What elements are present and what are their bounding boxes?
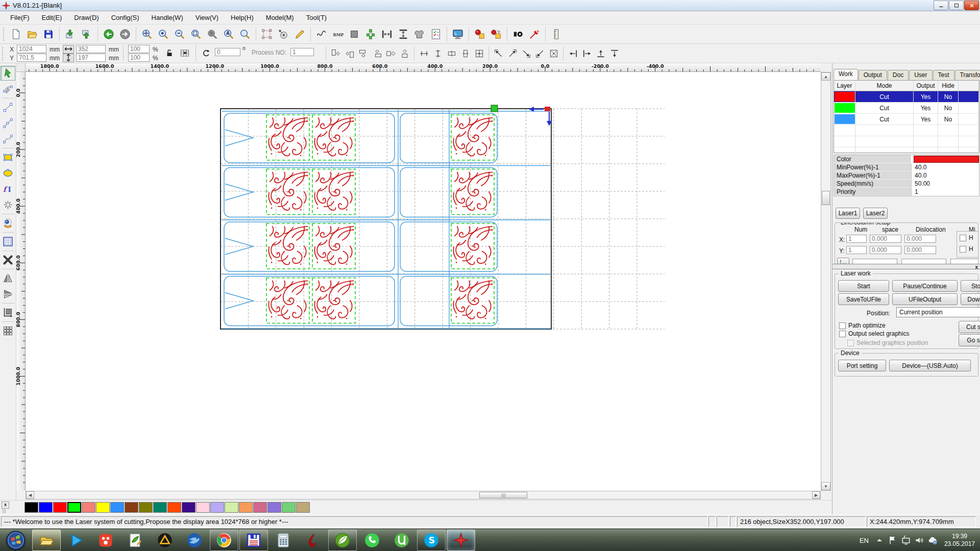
lc-y-dislocation[interactable] bbox=[904, 246, 936, 254]
edge-3-icon[interactable] bbox=[594, 46, 607, 60]
layer-row[interactable]: CutYesNo bbox=[834, 91, 979, 103]
export-icon[interactable] bbox=[79, 26, 95, 42]
palette-color-12[interactable] bbox=[196, 502, 210, 513]
property-value[interactable]: 1 bbox=[912, 188, 979, 196]
lc-x-space[interactable] bbox=[870, 235, 901, 243]
sim-tool-2-icon[interactable] bbox=[488, 26, 504, 42]
network-icon[interactable] bbox=[899, 534, 913, 547]
curve-tool-icon[interactable] bbox=[313, 26, 330, 42]
vertical-scroll-thumb[interactable] bbox=[822, 191, 830, 205]
sz-4-icon[interactable] bbox=[370, 46, 384, 60]
vertical-scrollbar[interactable]: ▲ ▼ bbox=[821, 72, 831, 491]
taskbar-tb-flame[interactable] bbox=[299, 530, 327, 551]
palette-color-5[interactable] bbox=[96, 502, 110, 513]
lc-x-num[interactable] bbox=[846, 235, 867, 243]
taskbar-tb-notepad[interactable] bbox=[121, 530, 150, 551]
horizontal-scroll-thumb[interactable] bbox=[479, 492, 527, 498]
zoom-in-icon[interactable] bbox=[155, 26, 172, 42]
save-icon[interactable] bbox=[40, 26, 57, 42]
cut-scale-button[interactable]: Cut sc bbox=[959, 321, 980, 333]
prop-tool-icon[interactable] bbox=[275, 26, 291, 42]
ctr-5-icon[interactable] bbox=[472, 46, 486, 60]
taskbar-tb-leaf[interactable] bbox=[328, 530, 357, 551]
fill-rect-icon[interactable] bbox=[346, 26, 362, 42]
palette-color-17[interactable] bbox=[267, 502, 281, 513]
taskbar-tb-thunderbird[interactable] bbox=[180, 530, 209, 551]
sz-6-icon[interactable] bbox=[398, 46, 411, 60]
drawing-canvas[interactable] bbox=[26, 72, 821, 491]
monitor-tool-icon[interactable] bbox=[450, 26, 466, 42]
laser-pen-icon[interactable] bbox=[526, 26, 543, 42]
taskbar-tb-rdworks[interactable] bbox=[447, 530, 475, 551]
menu-item-view[interactable]: View(V) bbox=[189, 12, 225, 23]
tab-output[interactable]: Output bbox=[859, 70, 887, 80]
panel-close-icon[interactable]: x bbox=[975, 264, 978, 270]
mirror-h-tool[interactable] bbox=[1, 271, 15, 286]
palette-color-10[interactable] bbox=[167, 502, 181, 513]
minimize-button[interactable] bbox=[934, 1, 948, 10]
tab-transfo[interactable]: Transfo bbox=[955, 70, 980, 80]
ctr-4-icon[interactable] bbox=[458, 46, 472, 60]
palette-color-8[interactable] bbox=[139, 502, 153, 513]
line-tool[interactable] bbox=[1, 100, 15, 115]
ctr-3-icon[interactable] bbox=[445, 46, 458, 60]
weld-tool-icon[interactable] bbox=[411, 26, 428, 42]
zoom-a-icon[interactable]: A bbox=[220, 26, 237, 42]
property-value[interactable] bbox=[911, 155, 979, 163]
palette-color-16[interactable] bbox=[253, 502, 267, 513]
sz-1-icon[interactable] bbox=[329, 46, 342, 60]
sz-5-icon[interactable] bbox=[384, 46, 398, 60]
close-button[interactable] bbox=[964, 1, 979, 10]
lock-ratio-icon[interactable] bbox=[163, 46, 176, 60]
menu-item-handle[interactable]: Handle(W) bbox=[145, 12, 189, 23]
polyline-tool[interactable] bbox=[1, 116, 15, 131]
scroll-up-button[interactable]: ▲ bbox=[821, 72, 830, 81]
y-scale-input[interactable] bbox=[128, 54, 150, 62]
language-indicator[interactable]: EN bbox=[860, 537, 869, 544]
pen-tool-icon[interactable] bbox=[291, 26, 308, 42]
scroll-left-button[interactable]: ◀ bbox=[26, 491, 34, 499]
palette-color-6[interactable] bbox=[110, 502, 124, 513]
zoom-grid-icon[interactable] bbox=[204, 26, 220, 42]
position-select[interactable]: Current position bbox=[896, 307, 980, 317]
stop-button[interactable]: Sto bbox=[961, 280, 980, 292]
palette-color-13[interactable] bbox=[210, 502, 224, 513]
menu-item-model[interactable]: Model(M) bbox=[260, 12, 300, 23]
palette-color-14[interactable] bbox=[225, 502, 238, 513]
mirror-v-tool[interactable] bbox=[1, 287, 15, 302]
clock[interactable]: 19:39 23.05.2017 bbox=[944, 533, 975, 548]
zoom-page-icon[interactable] bbox=[188, 26, 204, 42]
palette-color-15[interactable] bbox=[239, 502, 253, 513]
taskbar-tb-explorer[interactable] bbox=[32, 530, 61, 551]
process-no-input[interactable] bbox=[290, 48, 314, 56]
menu-item-tool[interactable]: Tool(T) bbox=[300, 12, 333, 23]
menu-item-draw[interactable]: Draw(D) bbox=[68, 12, 105, 23]
height-input[interactable] bbox=[76, 54, 106, 62]
scroll-down-button[interactable]: ▼ bbox=[821, 482, 830, 490]
taskbar-tb-paw[interactable] bbox=[91, 530, 120, 551]
palette-color-18[interactable] bbox=[282, 502, 296, 513]
point-tool[interactable] bbox=[1, 197, 15, 212]
path-optimize-checkbox[interactable] bbox=[839, 322, 846, 329]
dist-h-icon[interactable] bbox=[379, 26, 395, 42]
cor-5-icon[interactable] bbox=[547, 46, 560, 60]
check-list-icon[interactable] bbox=[428, 26, 444, 42]
offset-tool[interactable] bbox=[1, 305, 15, 320]
width-input[interactable] bbox=[76, 45, 106, 53]
property-value[interactable]: 50.00 bbox=[912, 180, 979, 188]
go-scale-button[interactable]: Go sc bbox=[959, 334, 980, 346]
save-to-ufile-button[interactable]: SaveToUFile bbox=[838, 293, 889, 305]
taskbar-tb-whatsapp[interactable] bbox=[358, 530, 386, 551]
property-value[interactable]: 40.0 bbox=[912, 171, 979, 180]
taskbar-tb-utorrent[interactable] bbox=[387, 530, 416, 551]
palette-color-11[interactable] bbox=[182, 502, 195, 513]
palette-color-3[interactable] bbox=[67, 502, 81, 513]
palette-color-1[interactable] bbox=[39, 502, 53, 513]
dist-v-icon[interactable] bbox=[395, 26, 411, 42]
selected-graphics-position-checkbox[interactable] bbox=[847, 340, 854, 346]
taskbar-tb-player[interactable] bbox=[62, 530, 90, 551]
bmp-tool-icon[interactable]: BMP bbox=[330, 26, 346, 42]
pause-continue-button[interactable]: Pause/Continue bbox=[892, 280, 958, 292]
zoom-out-icon[interactable] bbox=[172, 26, 188, 42]
back-icon[interactable] bbox=[101, 26, 117, 42]
